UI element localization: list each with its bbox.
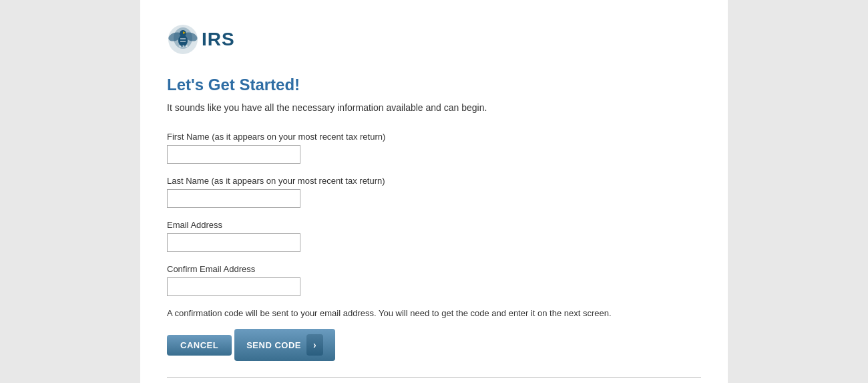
confirm-email-input[interactable] [167,277,300,296]
svg-rect-8 [180,41,186,42]
last-name-group: Last Name (as it appears on your most re… [167,176,701,208]
send-code-label: SEND CODE [246,340,301,350]
page-title: Let's Get Started! [167,76,701,94]
svg-rect-7 [180,38,186,39]
button-row: CANCEL SEND CODE › [167,329,701,361]
form-container: Let's Get Started! It sounds like you ha… [167,69,701,383]
irs-logo: ★★★ IRS [167,23,235,55]
cancel-button[interactable]: CANCEL [167,335,232,356]
page-wrapper: ★★★ IRS Let's Get Started! It sounds lik… [0,0,868,383]
last-name-label: Last Name (as it appears on your most re… [167,176,701,186]
first-name-input[interactable] [167,145,300,164]
send-code-button[interactable]: SEND CODE › [234,329,335,361]
last-name-input[interactable] [167,189,300,208]
intro-text: It sounds like you have all the necessar… [167,102,701,113]
email-group: Email Address [167,220,701,252]
first-name-group: First Name (as it appears on your most r… [167,132,701,164]
first-name-label: First Name (as it appears on your most r… [167,132,701,142]
irs-logo-text: IRS [202,29,235,50]
irs-eagle-icon: ★★★ [167,23,199,55]
email-label: Email Address [167,220,701,230]
logo-area: ★★★ IRS [167,13,701,69]
divider [167,377,701,378]
svg-text:★★★: ★★★ [178,44,188,48]
send-code-arrow-icon: › [306,334,323,356]
confirmation-text: A confirmation code will be sent to your… [167,308,701,318]
main-content: ★★★ IRS Let's Get Started! It sounds lik… [140,0,728,383]
confirm-email-label: Confirm Email Address [167,264,701,274]
email-input[interactable] [167,233,300,252]
confirm-email-group: Confirm Email Address [167,264,701,296]
